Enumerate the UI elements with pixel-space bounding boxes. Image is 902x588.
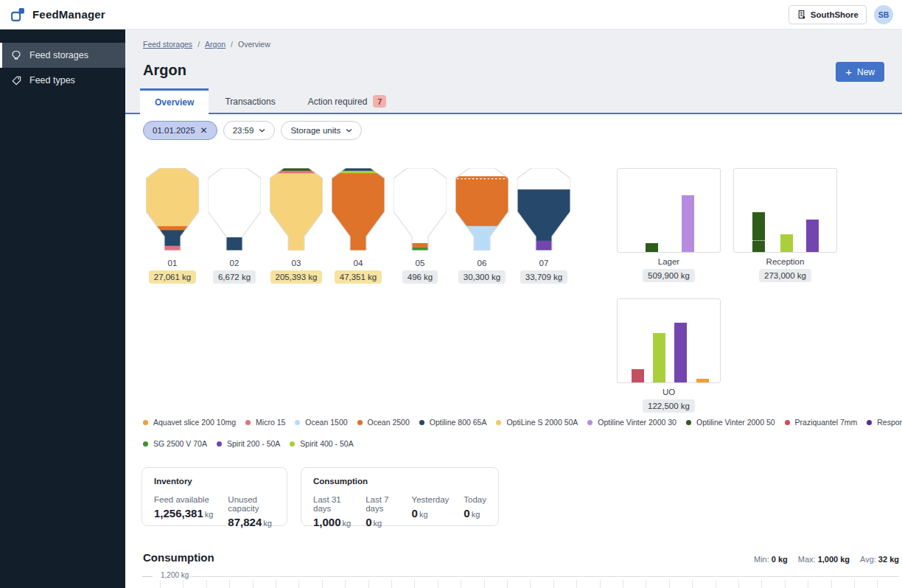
- breadcrumb-separator: /: [231, 40, 233, 49]
- silos-row: 0127,061 kg026,672 kg03205,393 kg0447,35…: [146, 168, 570, 284]
- silo-label: 06: [478, 259, 487, 267]
- sidebar-item-label: Feed storages: [29, 50, 88, 60]
- legend-label: Spirit 400 - 50A: [300, 439, 353, 448]
- unit-chart-value-badge: 122,500 kg: [643, 399, 695, 413]
- legend-item-spirit-200-50a[interactable]: Spirit 200 - 50A: [217, 439, 280, 448]
- silo-graphic: [517, 168, 570, 253]
- bar: [653, 333, 665, 382]
- silo-value-badge: 30,300 kg: [458, 270, 506, 284]
- unit-chart-reception[interactable]: Reception273,000 kg: [733, 168, 837, 282]
- bar: [632, 369, 644, 382]
- tab-label: Transactions: [225, 97, 275, 107]
- summary-unit: kg: [205, 510, 214, 519]
- inventory-columns: Feed available1,256,381kgUnused capacity…: [154, 495, 275, 528]
- consumption-stats: Min:0 kgMax:1,000 kgAvg:32 kg: [754, 555, 899, 564]
- unit-chart-box: [733, 168, 837, 253]
- legend-item-ocean-1500[interactable]: Ocean 1500: [295, 418, 347, 427]
- silo-graphic: [455, 168, 508, 253]
- legend-item-praziquantel-7mm[interactable]: Praziquantel 7mm: [785, 418, 858, 427]
- silo-03[interactable]: 03205,393 kg: [270, 168, 323, 284]
- stat-value: 32 kg: [878, 555, 899, 564]
- sidebar-item-label: Feed types: [29, 75, 75, 85]
- summary-column: Unused capacity87,824kg: [228, 495, 275, 528]
- legend-item-optiline-vinter-2000-30[interactable]: Optiline Vinter 2000 30: [587, 418, 676, 427]
- breadcrumb-link-feed-storages[interactable]: Feed storages: [143, 40, 192, 49]
- content: 01.01.2025 ✕ 23:59 Storage units 0127,06…: [125, 114, 902, 588]
- unit-chart-uo[interactable]: UO122,500 kg: [617, 298, 721, 413]
- user-avatar[interactable]: SB: [874, 5, 893, 24]
- feed-type-legend: Aquavet slice 200 10mgMicro 15Ocean 1500…: [143, 418, 887, 448]
- summary-column: Feed available1,256,381kg: [154, 495, 213, 528]
- time-filter-label: 23:59: [233, 126, 254, 135]
- legend-label: Micro 15: [256, 418, 285, 427]
- summary-label: Unused capacity: [228, 495, 275, 513]
- silo-01[interactable]: 0127,061 kg: [146, 168, 199, 284]
- bar: [752, 212, 765, 252]
- sidebar-item-feed-storages[interactable]: Feed storages: [0, 43, 125, 68]
- clear-date-icon[interactable]: ✕: [200, 125, 208, 136]
- legend-label: Respons Pro 6mm: [877, 418, 902, 427]
- storage-units-filter-chip[interactable]: Storage units: [281, 121, 362, 140]
- summary-unit: kg: [343, 519, 352, 528]
- tab-transactions[interactable]: Transactions: [209, 88, 291, 114]
- sidebar-item-feed-types[interactable]: Feed types: [0, 68, 125, 93]
- legend-item-micro-15[interactable]: Micro 15: [245, 418, 285, 427]
- legend-item-aquavet-slice-200-10mg[interactable]: Aquavet slice 200 10mg: [143, 418, 236, 427]
- legend-item-ocean-2500[interactable]: Ocean 2500: [357, 418, 410, 427]
- new-button[interactable]: + New: [836, 62, 884, 82]
- legend-item-optiline-800-65a[interactable]: Optiline 800 65A: [419, 418, 487, 427]
- legend-label: Optiline Vinter 2000 50: [696, 418, 775, 427]
- stat-label: Max:: [798, 555, 816, 564]
- breadcrumb-current: Overview: [238, 40, 270, 49]
- silo-04[interactable]: 0447,351 kg: [332, 168, 385, 284]
- legend-item-optiline-s-2000-50a[interactable]: OptiLine S 2000 50A: [496, 418, 578, 427]
- bar: [806, 220, 819, 252]
- inventory-card: Inventory Feed available1,256,381kgUnuse…: [141, 467, 287, 526]
- stat-label: Avg:: [860, 555, 876, 564]
- summary-column: Today0kg: [464, 495, 486, 528]
- legend-label: OptiLine S 2000 50A: [506, 418, 578, 427]
- filter-chips: 01.01.2025 ✕ 23:59 Storage units: [143, 121, 362, 140]
- silo-value-badge: 496 kg: [402, 270, 438, 284]
- unit-chart-lager[interactable]: Lager509,900 kg: [617, 168, 721, 282]
- silo-06[interactable]: 0630,300 kg: [455, 168, 508, 284]
- unit-chart-box: [617, 168, 721, 253]
- bar: [682, 195, 694, 252]
- unit-chart-value-badge: 509,900 kg: [643, 269, 695, 282]
- summary-value: 1,256,381kg: [154, 507, 213, 519]
- time-filter-chip[interactable]: 23:59: [223, 121, 276, 140]
- tab-overview[interactable]: Overview: [140, 88, 209, 114]
- storage-units-filter-label: Storage units: [290, 126, 340, 135]
- silo-05[interactable]: 05496 kg: [394, 168, 447, 284]
- silo-value-badge: 27,061 kg: [149, 270, 197, 284]
- legend-item-optiline-vinter-2000-50[interactable]: Optiline Vinter 2000 50: [686, 418, 775, 427]
- bar: [696, 379, 709, 382]
- date-filter-chip[interactable]: 01.01.2025 ✕: [143, 121, 217, 140]
- tab-action-required[interactable]: Action required7: [292, 88, 403, 114]
- silo-label: 05: [416, 259, 425, 267]
- app-logo-icon: [10, 7, 26, 22]
- summary-unit: kg: [263, 519, 272, 528]
- axis-gridline: [190, 576, 899, 577]
- breadcrumb: Feed storages/Argon/Overview: [143, 40, 270, 49]
- summary-label: Today: [464, 495, 486, 504]
- org-switcher-button[interactable]: SouthShore: [789, 5, 867, 24]
- silo-07[interactable]: 0733,709 kg: [517, 168, 570, 284]
- legend-dot-icon: [245, 420, 251, 425]
- legend-label: Optiline 800 65A: [430, 418, 487, 427]
- inventory-card-title: Inventory: [154, 477, 275, 486]
- page-header: Feed storages/Argon/Overview Argon + New…: [125, 29, 902, 114]
- legend-item-spirit-400-50a[interactable]: Spirit 400 - 50A: [290, 439, 353, 448]
- legend-dot-icon: [867, 420, 872, 425]
- legend-label: Ocean 2500: [368, 418, 410, 427]
- legend-label: Aquavet slice 200 10mg: [153, 418, 236, 427]
- summary-unit: kg: [472, 510, 480, 519]
- consumption-card-title: Consumption: [313, 477, 486, 486]
- breadcrumb-link-argon[interactable]: Argon: [205, 40, 226, 49]
- legend-item-sg-2500-v-70a[interactable]: SG 2500 V 70A: [143, 439, 207, 448]
- legend-item-respons-pro-6mm[interactable]: Respons Pro 6mm: [867, 418, 902, 427]
- unit-chart-label: UO: [662, 388, 675, 396]
- silo-02[interactable]: 026,672 kg: [208, 168, 261, 284]
- consumption-card: Consumption Last 31 days1,000kgLast 7 da…: [301, 467, 499, 526]
- silo-label: 04: [354, 259, 363, 267]
